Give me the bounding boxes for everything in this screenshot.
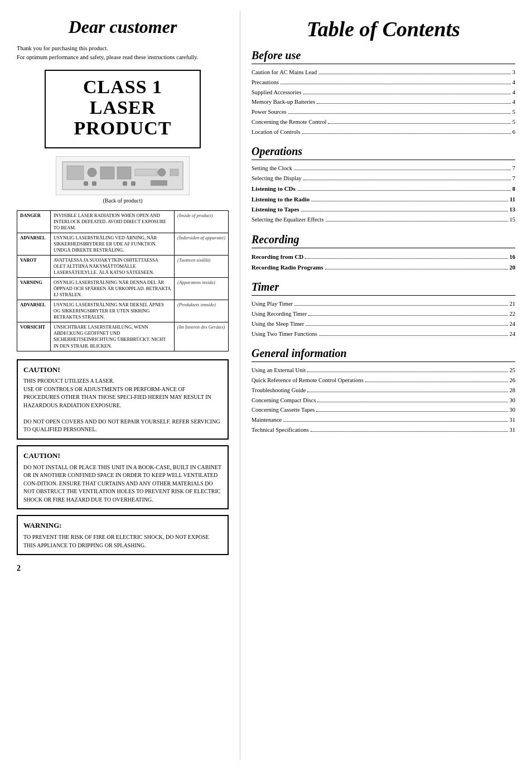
toc-dots	[308, 315, 507, 316]
caution1-line: THIS PRODUCT UTILIZES A LASER.	[23, 377, 222, 386]
svg-point-6	[158, 168, 166, 176]
warning-text: USYNLIG LASERSTRÅLING VED ÅBNING, NÅR SI…	[51, 233, 175, 255]
toc-page-number: 28	[510, 386, 516, 395]
toc-dots	[306, 325, 507, 326]
caution1-content: THIS PRODUCT UTILIZES A LASER.USE OF CON…	[23, 377, 222, 434]
toc-item-text: Concerning the Remote Control	[252, 118, 326, 127]
warning-box: WARNING: TO PREVENT THE RISK OF FIRE OR …	[17, 515, 229, 555]
svg-rect-11	[131, 181, 136, 186]
toc-section: TimerUsing Play Timer21Using Recording T…	[252, 281, 515, 338]
toc-item: Selecting the Display7	[252, 174, 515, 183]
toc-item-text: Concerning Compact Discs	[252, 396, 316, 405]
toc-item-text: Recording Radio Programs	[252, 263, 323, 272]
toc-item-text: Location of Controls	[252, 128, 301, 137]
toc-item: Recording Radio Programs20	[252, 263, 515, 272]
toc-page-number: 21	[510, 300, 516, 309]
toc-page-number: 7	[512, 174, 515, 183]
toc-item-text: Using the Sleep Timer	[252, 320, 304, 329]
toc-item: Recording from CD16	[252, 252, 515, 262]
warning-label: ADVARSEL	[17, 300, 51, 322]
toc-dots	[297, 190, 511, 191]
toc-dots	[316, 411, 507, 412]
toc-page-number: 11	[510, 195, 515, 204]
svg-rect-1	[67, 166, 84, 180]
warning-label: ADVARSEL	[17, 233, 51, 255]
toc-item: Concerning Cassette Tapes30	[252, 406, 515, 415]
toc-item-text: Recording from CD	[252, 252, 303, 262]
svg-rect-4	[117, 167, 131, 179]
toc-dots	[317, 103, 510, 104]
toc-dots	[303, 94, 511, 94]
laser-product-box: CLASS 1 LASER PRODUCT	[45, 70, 201, 148]
toc-item-text: Quick Reference of Remote Control Operat…	[252, 376, 364, 385]
toc-section: OperationsSetting the Clock7Selecting th…	[252, 145, 515, 224]
svg-rect-12	[151, 180, 167, 186]
warning-content: TO PREVENT THE RISK OF FIRE OR ELECTRIC …	[23, 533, 222, 550]
toc-page-number: 4	[512, 88, 515, 97]
left-column: Dear customer Thank you for purchasing t…	[0, 11, 240, 760]
toc-item-text: Troubleshooting Guide	[252, 386, 306, 395]
toc-item: Maintenance31	[252, 416, 515, 425]
toc-page-number: 26	[510, 376, 516, 385]
warning-text: USYNLIG LASERSTRÅLNING NÅR DEKSEL ÅPNES …	[51, 300, 175, 322]
toc-section-title: General information	[252, 347, 515, 362]
toc-page-number: 5	[512, 108, 515, 117]
toc-page-number: 6	[512, 128, 515, 137]
toc-page-number: 31	[510, 416, 516, 425]
toc-page-number: 20	[510, 263, 516, 272]
intro-line2: For optimum performance and safety, plea…	[17, 53, 229, 62]
svg-rect-3	[100, 167, 114, 179]
toc-dots	[302, 133, 511, 134]
warning-languages-table: DANGER INVISIBLE LASER RADIATION WHEN OP…	[17, 210, 229, 351]
toc-item: Using Play Timer21	[252, 300, 515, 309]
toc-dots	[319, 335, 508, 336]
warning-title: WARNING:	[23, 521, 222, 531]
caution-box-2: CAUTION! DO NOT INSTALL OR PLACE THIS UN…	[17, 445, 229, 509]
warning-lang: (Produktets innside)	[175, 300, 229, 322]
toc-page-number: 7	[512, 164, 515, 173]
toc-item-text: Using an External Unit	[252, 366, 306, 375]
toc-dots	[318, 74, 511, 74]
toc-dots	[328, 123, 510, 124]
toc-section-title: Recording	[252, 233, 515, 248]
toc-item: Troubleshooting Guide28	[252, 386, 515, 395]
product-image	[56, 156, 190, 195]
toc-item-text: Maintenance	[252, 416, 282, 425]
warning-text: OSYNLIG LASERSTRÅLNING NÄR DENNA DEL ÄR …	[51, 278, 175, 300]
toc-dots	[325, 269, 508, 269]
toc-page-number: 4	[512, 98, 515, 107]
toc-section-title: Timer	[252, 281, 515, 296]
warning-text: INVISIBLE LASER RADIATION WHEN OPEN AND …	[51, 210, 175, 233]
toc-page-number: 16	[510, 253, 516, 262]
caution1-line	[23, 409, 222, 418]
toc-item: Supplied Accessories4	[252, 88, 515, 97]
warning-label: VAROT	[17, 255, 51, 277]
caution2-line: DO NOT INSTALL OR PLACE THIS UNIT IN A B…	[23, 464, 222, 504]
toc-dots	[365, 382, 508, 382]
toc-title: Table of Contents	[252, 17, 515, 41]
toc-dots	[317, 402, 507, 402]
intro-line1: Thank you for purchasing this product.	[17, 44, 229, 53]
toc-dots	[294, 305, 507, 306]
toc-item: Using the Sleep Timer24	[252, 320, 515, 329]
warning-table-row: ADVARSEL USYNLIG LASERSTRÅLNING NÅR DEKS…	[17, 300, 229, 322]
toc-page-number: 24	[510, 320, 516, 329]
toc-page-number: 5	[512, 118, 515, 127]
toc-sections: Before useCaution for AC Mains Lead3Prec…	[252, 49, 515, 435]
toc-item: Selecting the Equalizer Effects15	[252, 215, 515, 224]
toc-item: Using an External Unit25	[252, 366, 515, 375]
toc-item-text: Supplied Accessories	[252, 88, 302, 97]
toc-dots	[294, 170, 511, 170]
toc-dots	[288, 113, 511, 114]
toc-item-text: Listening to CDs	[252, 184, 296, 194]
toc-section: Before useCaution for AC Mains Lead3Prec…	[252, 49, 515, 136]
toc-item-text: Listening to the Radio	[252, 195, 309, 204]
toc-page-number: 13	[510, 205, 516, 214]
svg-rect-7	[170, 169, 178, 176]
toc-item-text: Setting the Clock	[252, 164, 292, 173]
svg-rect-5	[135, 169, 157, 176]
toc-page-number: 30	[510, 396, 516, 405]
toc-item: Quick Reference of Remote Control Operat…	[252, 376, 515, 385]
toc-page-number: 30	[510, 406, 516, 415]
toc-page-number: 24	[510, 330, 516, 339]
